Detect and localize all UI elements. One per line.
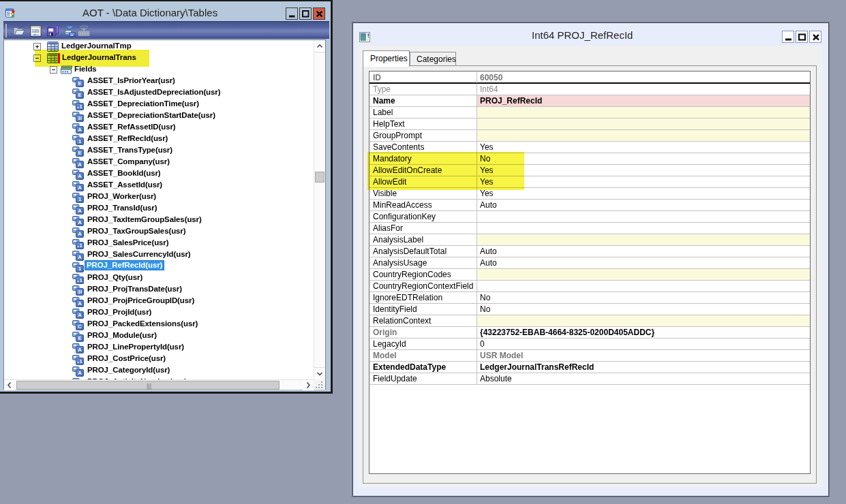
svg-text:C: C (78, 324, 82, 330)
svg-text:A: A (78, 219, 82, 225)
svg-text:1: 1 (80, 104, 83, 110)
svg-text:3I: 3I (78, 116, 82, 121)
svg-text:E: E (78, 150, 82, 156)
svg-text:A: A (78, 161, 82, 168)
svg-text:3I: 3I (78, 289, 82, 294)
svg-text:E: E (78, 92, 82, 98)
svg-text:1: 1 (78, 138, 82, 144)
svg-text:A: A (78, 173, 82, 179)
svg-text:A: A (78, 347, 82, 353)
svg-text:E: E (78, 335, 82, 341)
svg-text:A: A (78, 208, 82, 214)
svg-text:1: 1 (80, 277, 83, 283)
svg-text:A: A (78, 312, 82, 318)
svg-text:1: 1 (78, 196, 82, 202)
svg-text:A: A (78, 300, 82, 306)
svg-text:A: A (78, 127, 82, 133)
svg-text:A: A (78, 370, 82, 376)
svg-text:1: 1 (80, 358, 83, 364)
svg-text:A: A (78, 231, 82, 237)
svg-text:A: A (78, 185, 82, 191)
svg-text:1: 1 (80, 242, 83, 249)
svg-text:A: A (78, 254, 82, 260)
svg-text:E: E (78, 80, 82, 86)
svg-text:1: 1 (78, 266, 82, 272)
